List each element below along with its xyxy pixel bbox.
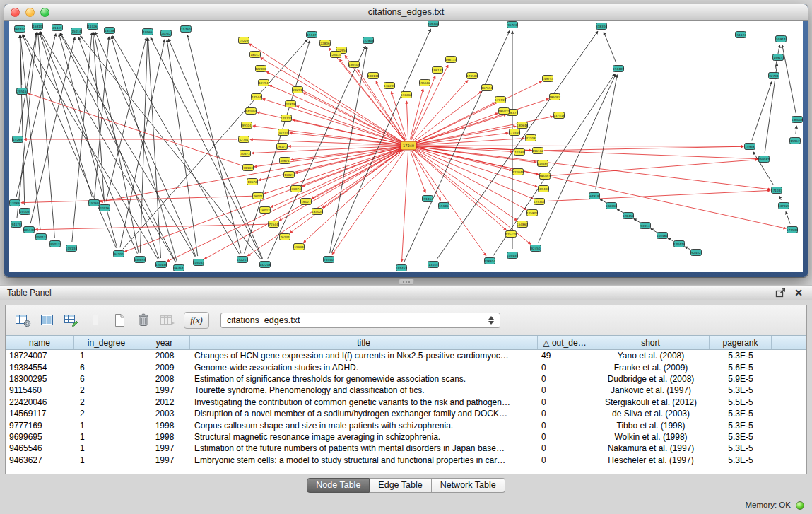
graph-node[interactable]: 174503 <box>466 73 478 79</box>
tab-node-table[interactable]: Node Table <box>307 478 370 493</box>
column-header-out-degree[interactable]: △ out_de… <box>538 336 592 349</box>
graph-node[interactable]: 171033 <box>771 187 782 194</box>
graph-node[interactable]: 183028 <box>312 209 323 215</box>
graph-node[interactable]: 125712 <box>281 115 292 122</box>
graph-node[interactable]: 15957 <box>790 138 801 144</box>
table-row[interactable]: 977716911998Corpus callosum shape and si… <box>6 419 806 431</box>
graph-node[interactable]: 198131 <box>367 73 379 79</box>
graph-node[interactable]: 196137 <box>445 57 457 63</box>
graph-node[interactable]: 15760 <box>181 26 192 33</box>
table-row[interactable]: 911546021997Tourette syndrome. Phenomeno… <box>6 385 806 396</box>
graph-node[interactable]: 10672 <box>247 179 258 185</box>
graph-node[interactable]: 816304 <box>428 21 439 27</box>
graph-node[interactable]: 132205 <box>384 83 395 89</box>
column-header-year[interactable]: year <box>139 336 190 349</box>
graph-node[interactable]: 42755 <box>278 129 289 136</box>
graph-node[interactable]: 78143 <box>243 165 254 171</box>
graph-node[interactable]: 180648 <box>517 122 528 129</box>
graph-node[interactable]: 20732 <box>161 30 172 37</box>
graph-node[interactable]: 185822 <box>498 108 510 115</box>
graph-node[interactable]: 105133 <box>23 227 35 233</box>
graph-node[interactable]: 186137 <box>432 67 443 74</box>
graph-node[interactable]: 177533 <box>787 227 798 233</box>
import-table-button[interactable] <box>157 311 178 329</box>
graph-node[interactable]: 13145 <box>428 262 439 268</box>
graph-node[interactable]: 99104 <box>242 122 252 129</box>
graph-node[interactable]: 137025 <box>778 203 789 209</box>
graph-node[interactable]: 152217 <box>237 257 248 263</box>
network-table-selector[interactable]: citations_edges.txt <box>220 313 500 328</box>
float-panel-icon[interactable] <box>774 287 787 298</box>
column-header-name[interactable]: name <box>6 336 74 349</box>
graph-node[interactable]: 105134 <box>66 245 77 252</box>
graph-node[interactable]: 26173 <box>277 144 288 150</box>
graph-node[interactable]: 116162 <box>532 148 543 154</box>
graph-node[interactable]: 15914 <box>773 54 784 61</box>
table-row[interactable]: 946362711997Embryonic stem cells: a mode… <box>6 455 806 466</box>
graph-node[interactable]: 36071 <box>253 193 264 199</box>
graph-node[interactable]: 92734 <box>769 73 779 79</box>
graph-node[interactable]: 195582 <box>419 80 430 86</box>
graph-node[interactable]: 122806 <box>363 37 374 44</box>
graph-node[interactable]: 11026 <box>88 23 98 30</box>
graph-node[interactable]: 75440 <box>324 257 334 263</box>
close-panel-icon[interactable]: ✕ <box>792 287 805 298</box>
zoom-window-button[interactable] <box>40 8 49 17</box>
graph-node[interactable]: 93914 <box>640 223 651 229</box>
graph-node[interactable]: 92452 <box>691 250 702 256</box>
delete-table-button[interactable] <box>133 311 154 329</box>
graph-node[interactable]: 15229 <box>239 37 249 44</box>
graph-node[interactable]: 20516 <box>100 205 110 211</box>
graph-node[interactable]: 12754 <box>259 80 269 86</box>
graph-node[interactable]: 191453 <box>396 265 407 271</box>
network-graph[interactable]: 1724016440416810214411501411026163381956… <box>9 21 803 272</box>
graph-node[interactable]: 30671 <box>280 158 290 164</box>
graph-node[interactable]: 185493 <box>538 186 549 192</box>
graph-node[interactable]: 128435 <box>155 262 167 268</box>
graph-node[interactable]: 17240 <box>401 141 416 150</box>
graph-node[interactable]: 15269 <box>89 200 100 206</box>
graph-node[interactable]: 130893 <box>134 257 146 263</box>
network-canvas[interactable]: 1724016440416810214411501411026163381956… <box>9 21 803 272</box>
graph-node[interactable]: 818304 <box>596 23 607 30</box>
graph-node[interactable]: 105033 <box>193 259 204 266</box>
graph-node[interactable]: 15147 <box>307 32 317 38</box>
column-header-pagerank[interactable]: pagerank <box>710 336 772 349</box>
graph-node[interactable]: 94100 <box>114 251 124 257</box>
graph-node[interactable]: 128914 <box>484 258 495 264</box>
graph-node[interactable]: 20105 <box>20 209 30 215</box>
graph-node[interactable]: 116262 <box>401 92 412 98</box>
column-header-in-degree[interactable]: in_degree <box>74 336 139 349</box>
minimize-window-button[interactable] <box>25 8 35 17</box>
graph-node[interactable]: 76134 <box>280 234 290 240</box>
table-options-button[interactable] <box>13 311 34 329</box>
graph-node[interactable]: 92450 <box>531 245 541 252</box>
graph-node[interactable]: 185083 <box>549 94 560 100</box>
function-builder-button[interactable]: f(x) <box>184 312 209 329</box>
graph-node[interactable]: 191454 <box>422 196 433 202</box>
graph-node[interactable]: 185957 <box>539 173 551 180</box>
graph-node[interactable]: 175307 <box>534 199 545 205</box>
graph-node[interactable]: 95723 <box>507 22 518 28</box>
column-header-title[interactable]: title <box>190 336 538 349</box>
column-header-short[interactable]: short <box>592 336 710 349</box>
edit-table-button[interactable] <box>61 311 82 329</box>
graph-node[interactable]: 22818 <box>286 101 296 107</box>
graph-node[interactable]: 20516 <box>17 88 28 95</box>
tab-network-table[interactable]: Network Table <box>432 478 505 493</box>
graph-node[interactable]: 128456 <box>623 213 634 219</box>
graph-node[interactable]: 36074 <box>291 186 302 192</box>
graph-node[interactable]: 194487 <box>613 66 624 72</box>
graph-node[interactable]: 15269 <box>13 136 23 143</box>
graph-node[interactable]: 164404 <box>14 26 25 33</box>
graph-node[interactable]: 15186 <box>439 203 449 209</box>
graph-node[interactable]: 42751 <box>239 136 249 143</box>
graph-node[interactable]: 32108 <box>526 135 536 141</box>
graph-node[interactable]: 95013 <box>50 241 61 247</box>
graph-node[interactable]: 166409 <box>348 62 360 68</box>
show-columns-button[interactable] <box>37 311 58 329</box>
graph-node[interactable]: 18012 <box>250 52 261 58</box>
graph-node[interactable]: 20291 <box>293 87 303 93</box>
graph-node[interactable]: 105435 <box>507 252 518 259</box>
graph-node[interactable]: 177516 <box>509 129 520 136</box>
